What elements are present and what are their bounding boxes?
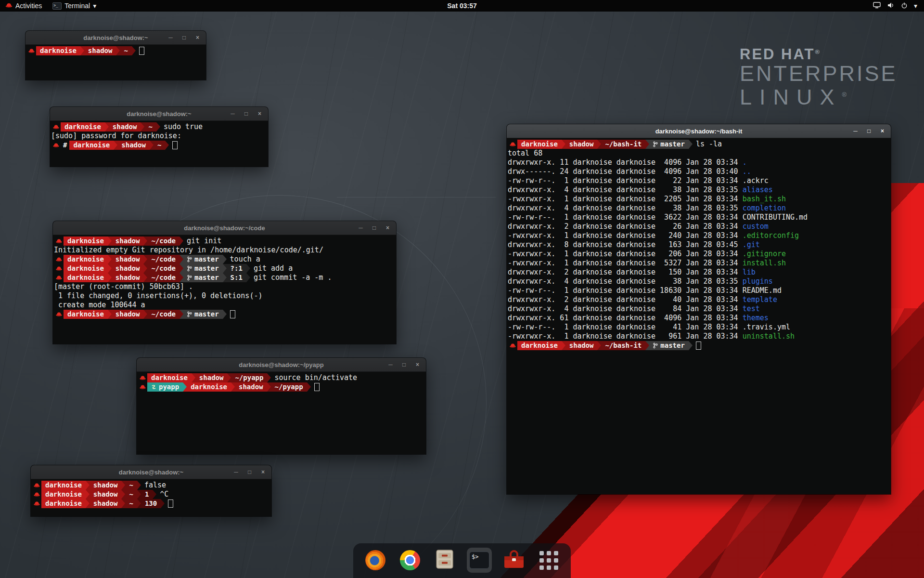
- terminal-content[interactable]: darknoiseshadow~/codegit initInitialized…: [53, 235, 396, 344]
- terminal-prompt-line: darknoiseshadow~false: [32, 481, 270, 490]
- prompt-segment: 130: [141, 499, 161, 508]
- powerline-separator: [108, 273, 112, 282]
- prompt-segment: ~: [120, 46, 131, 55]
- prompt-segment: ~/code: [147, 255, 180, 264]
- maximize-button[interactable]: □: [242, 110, 250, 118]
- terminal-window-sudo[interactable]: darknoise@shadow:~ ─□× darknoiseshadow~s…: [50, 107, 268, 167]
- powerline-separator: [143, 264, 147, 273]
- minimize-button[interactable]: ─: [357, 224, 365, 232]
- window-titlebar[interactable]: darknoise@shadow:~ ─□×: [26, 31, 206, 45]
- redhat-prompt-icon: [508, 140, 517, 149]
- dock-toolbox[interactable]: [501, 548, 526, 573]
- dock-firefox[interactable]: [363, 548, 388, 573]
- window-titlebar[interactable]: darknoise@shadow:~ ─□×: [31, 465, 271, 479]
- system-status-area[interactable]: ▾: [866, 0, 924, 12]
- window-titlebar[interactable]: darknoise@shadow:~/pyapp ─□×: [137, 358, 426, 372]
- powerline-separator: [108, 255, 112, 264]
- powerline-separator: [267, 382, 271, 392]
- powerline-separator: [132, 46, 136, 55]
- terminal-content[interactable]: darknoiseshadow~/pyappsource bin/activat…: [137, 372, 426, 454]
- terminal-content[interactable]: darknoiseshadow~falsedarknoiseshadow~1^C…: [31, 479, 271, 516]
- dock-app-grid[interactable]: [536, 548, 561, 573]
- registered-mark: ®: [842, 91, 855, 98]
- terminal-cursor: [314, 383, 320, 391]
- terminal-prompt-line: #darknoiseshadow~: [51, 141, 267, 150]
- powerline-separator: [180, 264, 183, 273]
- powerline-separator: [143, 310, 147, 319]
- git-branch-icon: [187, 275, 192, 281]
- window-titlebar[interactable]: darknoise@shadow:~/bash-it ─□×: [507, 124, 891, 138]
- redhat-prompt-icon: [54, 255, 64, 264]
- minimize-button[interactable]: ─: [167, 34, 175, 42]
- close-button[interactable]: ×: [256, 110, 264, 118]
- terminal-output-line: create mode 100644 a: [54, 301, 395, 310]
- file-name: .travis.yml: [743, 323, 790, 331]
- maximize-button[interactable]: □: [865, 127, 873, 135]
- powerline-separator: [150, 141, 154, 150]
- terminal-window-home-1[interactable]: darknoise@shadow:~ ─□× darknoiseshadow~: [26, 31, 206, 80]
- minimize-button[interactable]: ─: [386, 361, 395, 369]
- window-titlebar[interactable]: darknoise@shadow:~/code ─□×: [53, 221, 396, 235]
- redhat-prompt-icon: [32, 499, 41, 508]
- volume-icon: [887, 2, 895, 10]
- activities-button[interactable]: Activities: [0, 0, 47, 12]
- minimize-button[interactable]: ─: [851, 127, 860, 135]
- close-button[interactable]: ×: [878, 127, 886, 135]
- maximize-button[interactable]: □: [245, 468, 254, 476]
- powerline-separator: [597, 341, 601, 350]
- command-text: source bin/activate: [271, 373, 357, 382]
- close-button[interactable]: ×: [413, 361, 422, 369]
- maximize-button[interactable]: □: [180, 34, 188, 42]
- prompt-segment: darknoise: [517, 341, 562, 350]
- powerline-separator: [86, 490, 90, 499]
- window-title: darknoise@shadow:~: [127, 110, 191, 118]
- terminal-prompt-line: darknoiseshadow~/bash-itmasterls -la: [508, 140, 890, 149]
- command-text: false: [141, 481, 166, 490]
- prompt-segment: darknoise: [41, 499, 86, 508]
- close-button[interactable]: ×: [384, 224, 392, 232]
- prompt-segment: darknoise: [64, 255, 108, 264]
- powerline-separator: [116, 46, 120, 55]
- app-menu-label: Terminal: [64, 2, 90, 10]
- terminal-content[interactable]: darknoiseshadow~sudo true[sudo] password…: [50, 121, 268, 167]
- terminal-icon: $>: [469, 552, 489, 569]
- terminal-content[interactable]: darknoiseshadow~/bash-itmasterls -latota…: [507, 138, 891, 494]
- file-name: install.sh: [743, 259, 786, 267]
- terminal-window-code[interactable]: darknoise@shadow:~/code ─□× darknoisesha…: [53, 221, 396, 344]
- prompt-segment: ~: [125, 490, 137, 499]
- prompt-segment: darknoise: [61, 122, 105, 131]
- terminal-prompt-line: darknoiseshadow~/codemasterS:1git commit…: [54, 273, 395, 282]
- prompt-segment: ~/bash-it: [601, 140, 645, 149]
- prompt-segment: darknoise: [41, 490, 86, 499]
- command-text: ^C: [156, 490, 168, 499]
- file-list-row: -rw-rw-r--. 1 darknoise darknoise 41 Jan…: [508, 323, 890, 332]
- prompt-segment: #: [61, 141, 69, 150]
- git-branch-icon: [187, 265, 192, 272]
- redhat-prompt-icon: [26, 46, 36, 55]
- close-button[interactable]: ×: [193, 34, 202, 42]
- dock-files[interactable]: [432, 548, 457, 573]
- window-titlebar[interactable]: darknoise@shadow:~ ─□×: [50, 107, 268, 121]
- dock-chrome[interactable]: [398, 548, 423, 573]
- maximize-button[interactable]: □: [370, 224, 378, 232]
- terminal-window-pyapp[interactable]: darknoise@shadow:~/pyapp ─□× darknoisesh…: [137, 358, 426, 454]
- terminal-window-bash-it[interactable]: darknoise@shadow:~/bash-it ─□× darknoise…: [507, 124, 891, 494]
- powerline-separator: [246, 264, 250, 273]
- prompt-segment: shadow: [112, 255, 144, 264]
- prompt-segment: ~: [125, 481, 137, 490]
- dock-terminal[interactable]: $>: [467, 548, 492, 573]
- terminal-window-home-2[interactable]: darknoise@shadow:~ ─□× darknoiseshadow~f…: [31, 465, 271, 516]
- minimize-button[interactable]: ─: [232, 468, 240, 476]
- prompt-segment: ~/code: [147, 310, 180, 319]
- terminal-content[interactable]: darknoiseshadow~: [26, 45, 206, 80]
- minimize-button[interactable]: ─: [229, 110, 237, 118]
- app-menu-terminal[interactable]: >_ Terminal ▾: [47, 0, 102, 12]
- maximize-button[interactable]: □: [400, 361, 408, 369]
- terminal-prompt-line: darknoiseshadow~: [26, 46, 205, 55]
- close-button[interactable]: ×: [259, 468, 267, 476]
- file-name: README.md: [743, 286, 782, 295]
- redhat-prompt-icon: [32, 481, 41, 490]
- prompt-segment: master: [183, 310, 223, 319]
- clock[interactable]: Sat 03:57: [447, 2, 476, 10]
- prompt-segment: shadow: [90, 499, 122, 508]
